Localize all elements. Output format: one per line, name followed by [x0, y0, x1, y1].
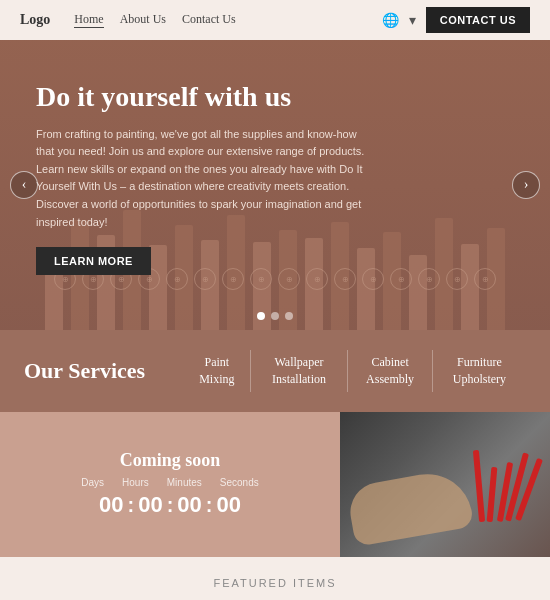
tool-icon-5 — [473, 449, 485, 521]
nav-link-about[interactable]: About Us — [120, 12, 166, 28]
nav-logo: Logo — [20, 12, 50, 28]
timer-label-minutes: Minutes — [167, 477, 202, 488]
carousel-dot-2[interactable] — [271, 312, 279, 320]
timer-sep-1: : — [128, 494, 135, 517]
service-paint-mixing[interactable]: Paint Mixing — [184, 350, 251, 392]
services-items: Paint Mixing Wallpaper Installation Cabi… — [184, 350, 526, 392]
timer-labels: Days Hours Minutes Seconds — [81, 477, 258, 488]
coming-soon-title: Coming soon — [120, 450, 221, 471]
featured-title: Everyone's favourite — [20, 595, 530, 600]
carousel-dots — [257, 312, 293, 320]
nav-right: 🌐 ▾ CONTACT US — [382, 7, 530, 33]
navbar: Logo Home About Us Contact Us 🌐 ▾ CONTAC… — [0, 0, 550, 40]
carousel-dot-3[interactable] — [285, 312, 293, 320]
timer-sep-2: : — [167, 494, 174, 517]
featured-label: FEATURED ITEMS — [20, 577, 530, 589]
carousel-prev-button[interactable]: ‹ — [10, 171, 38, 199]
hero-description: From crafting to painting, we've got all… — [36, 126, 376, 232]
deco-item — [409, 255, 427, 330]
deco-circle: ⊕ — [474, 268, 496, 290]
mid-image-inner — [340, 412, 550, 557]
service-cabinet-assembly[interactable]: Cabinet Assembly — [348, 350, 432, 392]
timer-display: 00 : 00 : 00 : 00 — [99, 492, 241, 518]
timer-label-hours: Hours — [122, 477, 149, 488]
mid-row: Coming soon Days Hours Minutes Seconds 0… — [0, 412, 550, 557]
deco-circle: ⊕ — [390, 268, 412, 290]
learn-more-button[interactable]: LEARN MORE — [36, 247, 151, 275]
service-wallpaper-installation[interactable]: Wallpaper Installation — [251, 350, 349, 392]
nav-left: Logo Home About Us Contact Us — [20, 12, 236, 28]
service-furniture-upholstery[interactable]: Furniture Upholstery — [433, 350, 526, 392]
services-section: Our Services Paint Mixing Wallpaper Inst… — [0, 330, 550, 412]
tool-icon-4 — [487, 466, 498, 521]
services-title: Our Services — [24, 358, 174, 384]
featured-section: FEATURED ITEMS Everyone's favourite — [0, 557, 550, 600]
deco-circle: ⊕ — [418, 268, 440, 290]
hero-section: ⊕ ⊕ ⊕ ⊕ ⊕ ⊕ ⊕ ⊕ ⊕ ⊕ ⊕ ⊕ ⊕ ⊕ ⊕ ⊕ Do it yo… — [0, 40, 550, 330]
contact-button[interactable]: CONTACT US — [426, 7, 530, 33]
nav-links: Home About Us Contact Us — [74, 12, 235, 28]
timer-seconds: 00 — [216, 492, 240, 518]
timer-label-days: Days — [81, 477, 104, 488]
hand-shape — [346, 467, 475, 547]
timer-label-seconds: Seconds — [220, 477, 259, 488]
timer-minutes: 00 — [177, 492, 201, 518]
carousel-dot-1[interactable] — [257, 312, 265, 320]
timer-hours: 00 — [138, 492, 162, 518]
hero-text-block: Do it yourself with us From crafting to … — [36, 80, 376, 275]
nav-link-contact[interactable]: Contact Us — [182, 12, 236, 28]
timer-days: 00 — [99, 492, 123, 518]
globe-icon[interactable]: 🌐 — [382, 12, 399, 29]
coming-soon-section: Coming soon Days Hours Minutes Seconds 0… — [0, 412, 340, 557]
nav-link-home[interactable]: Home — [74, 12, 103, 28]
timer-sep-3: : — [206, 494, 213, 517]
carousel-next-button[interactable]: › — [512, 171, 540, 199]
deco-circle: ⊕ — [446, 268, 468, 290]
hero-title: Do it yourself with us — [36, 80, 376, 114]
mid-image — [340, 412, 550, 557]
chevron-down-icon[interactable]: ▾ — [409, 12, 416, 29]
